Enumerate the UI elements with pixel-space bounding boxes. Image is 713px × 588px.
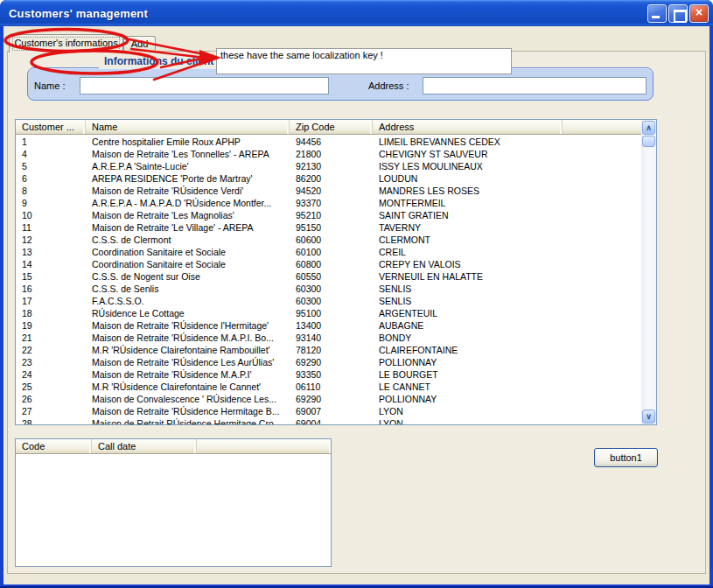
cell: SENLIS: [373, 283, 563, 295]
minimize-button[interactable]: [647, 4, 667, 23]
button1[interactable]: button1: [594, 448, 658, 467]
tab-page: Informations du client Name : Address : …: [7, 51, 706, 574]
cell: 21: [16, 332, 86, 344]
cell: Maison de Convalescence ' RÚsidence Les.…: [86, 393, 290, 405]
cell: LOUDUN: [373, 172, 563, 185]
tab-label: Customer's informations: [14, 38, 117, 48]
table-row[interactable]: 8Maison de Retraite 'RÚsidence Verdi'945…: [16, 185, 641, 197]
table-row[interactable]: 5A.R.E.P.A 'Sainte-Lucie'92130ISSY LES M…: [16, 160, 641, 172]
table-row[interactable]: 1Centre hospitalier Emile Roux APHP94456…: [16, 136, 641, 148]
cell: VERNEUIL EN HALATTE: [373, 270, 563, 283]
column-header-customer[interactable]: Customer ...: [16, 120, 86, 134]
cell: ISSY LES MOULINEAUX: [373, 160, 563, 172]
table-row[interactable]: 21Maison de Retraite 'RÚsidence M.A.P.I.…: [16, 332, 641, 344]
table-row[interactable]: 18RÚsidence Le Cottage95100ARGENTEUIL: [16, 307, 641, 319]
table-row[interactable]: 24Maison de Retraite 'RÚsidence M.A.P.I'…: [16, 368, 641, 381]
cell-filler: [563, 148, 641, 160]
table-row[interactable]: 22M.R 'RÚsidence Clairefontaine Rambouil…: [16, 344, 641, 356]
table-row[interactable]: 28Maison de Retrait RÚsidence Hermitage …: [16, 417, 641, 424]
cell: LYON: [373, 417, 563, 424]
cell: 95210: [290, 209, 373, 221]
table-row[interactable]: 15C.S.S. de Nogent sur Oise60550VERNEUIL…: [16, 270, 641, 283]
table-row[interactable]: 17F.A.C.S.S.O.60300SENLIS: [16, 295, 641, 307]
cell: 60300: [290, 295, 373, 307]
cell-filler: [563, 234, 641, 246]
table-row[interactable]: 16C.S.S. de Senlis60300SENLIS: [16, 283, 641, 295]
column-header-name[interactable]: Name: [86, 120, 290, 134]
cell-filler: [563, 405, 641, 417]
cell: 13400: [290, 319, 373, 332]
cell: Maison de Retraite 'RÚsidence Hermitage …: [86, 405, 290, 417]
cell-filler: [563, 270, 641, 283]
close-button[interactable]: ×: [689, 4, 709, 23]
cell: 15: [16, 270, 86, 283]
cell: CREIL: [373, 246, 563, 258]
cell: Maison de Retraite 'Les Tonnelles' - ARE…: [86, 148, 290, 160]
app-window: Customers' management × Customer's infor…: [0, 0, 713, 588]
scroll-up-icon[interactable]: ∧: [642, 121, 655, 135]
table-row[interactable]: 23Maison de Retraite 'RÚsidence Les AurÚ…: [16, 356, 641, 368]
cell: 28: [16, 417, 86, 424]
cell-filler: [563, 185, 641, 197]
cell-filler: [563, 319, 641, 332]
table-row[interactable]: 14Coordination Sanitaire et Sociale60800…: [16, 258, 641, 270]
tab-label: Add: [131, 38, 149, 49]
column-header-address[interactable]: Address: [373, 120, 563, 134]
tab-customers-informations[interactable]: Customer's informations: [9, 34, 123, 52]
cell: 17: [16, 295, 86, 307]
calls-table-header: Code Call date: [16, 439, 331, 454]
cell: Maison de Retraite 'RÚsidence M.A.P.I': [86, 368, 290, 381]
cell: 12: [16, 234, 86, 246]
cell: CHEVIGNY ST SAUVEUR: [373, 148, 563, 160]
titlebar[interactable]: Customers' management ×: [0, 0, 713, 26]
cell-filler: [563, 344, 641, 356]
cell-filler: [563, 160, 641, 172]
tab-add[interactable]: Add: [123, 36, 156, 52]
cell: POLLIONNAY: [373, 393, 563, 405]
cell: 92130: [290, 160, 373, 172]
column-header-call-date[interactable]: Call date: [92, 439, 197, 453]
cell: 60600: [290, 234, 373, 246]
cell: 69007: [290, 405, 373, 417]
name-input[interactable]: [80, 77, 329, 94]
name-label: Name :: [34, 80, 65, 91]
table-row[interactable]: 9A.R.E.P.A - M.A.P.A.D 'RÚsidence Montfe…: [16, 197, 641, 209]
cell: LYON: [373, 405, 563, 417]
scroll-down-icon[interactable]: ∨: [642, 410, 655, 424]
table-row[interactable]: 4Maison de Retraite 'Les Tonnelles' - AR…: [16, 148, 641, 160]
column-header-code[interactable]: Code: [16, 439, 92, 453]
cell-filler: [563, 417, 641, 424]
calls-table-body: [16, 455, 331, 566]
cell: 1: [16, 136, 86, 148]
table-row[interactable]: 25M.R 'RÚsidence Clairefontaine le Canne…: [16, 381, 641, 393]
column-header-zipcode[interactable]: Zip Code: [290, 120, 373, 134]
cell: 19: [16, 319, 86, 332]
tab-strip: Customer's informations Add: [9, 33, 156, 52]
cell: 23: [16, 356, 86, 368]
table-row[interactable]: 26Maison de Convalescence ' RÚsidence Le…: [16, 393, 641, 405]
table-row[interactable]: 10Maison de Retraite 'Les Magnolias'9521…: [16, 209, 641, 221]
cell: 18: [16, 307, 86, 319]
cell: MONTFERMEIL: [373, 197, 563, 209]
customers-table: Customer ... Name Zip Code Address 1Cent…: [15, 119, 657, 425]
maximize-button[interactable]: [668, 4, 688, 23]
scrollbar-thumb[interactable]: [642, 136, 655, 147]
vertical-scrollbar[interactable]: ∧ ∨: [641, 120, 656, 424]
table-row[interactable]: 19Maison de Retraite 'RÚsidence l'Hermit…: [16, 319, 641, 332]
table-row[interactable]: 27Maison de Retraite 'RÚsidence Hermitag…: [16, 405, 641, 417]
cell: 95150: [290, 221, 373, 234]
table-row[interactable]: 11Maison de Retraite 'Le Village' - AREP…: [16, 221, 641, 234]
customers-table-body: 1Centre hospitalier Emile Roux APHP94456…: [16, 136, 641, 424]
address-label: Address :: [368, 80, 409, 91]
cell: 9: [16, 197, 86, 209]
table-row[interactable]: 13Coordination Sanitaire et Sociale60100…: [16, 246, 641, 258]
cell: M.R 'RÚsidence Clairefontaine le Cannet': [86, 381, 290, 393]
address-input[interactable]: [423, 77, 647, 94]
cell: M.R 'RÚsidence Clairefontaine Rambouille…: [86, 344, 290, 356]
cell: RÚsidence Le Cottage: [86, 307, 290, 319]
cell: 13: [16, 246, 86, 258]
table-row[interactable]: 6AREPA RESIDENCE 'Porte de Martray'86200…: [16, 172, 641, 185]
table-row[interactable]: 12C.S.S. de Clermont60600CLERMONT: [16, 234, 641, 246]
cell-filler: [563, 246, 641, 258]
cell: Coordination Sanitaire et Sociale: [86, 258, 290, 270]
